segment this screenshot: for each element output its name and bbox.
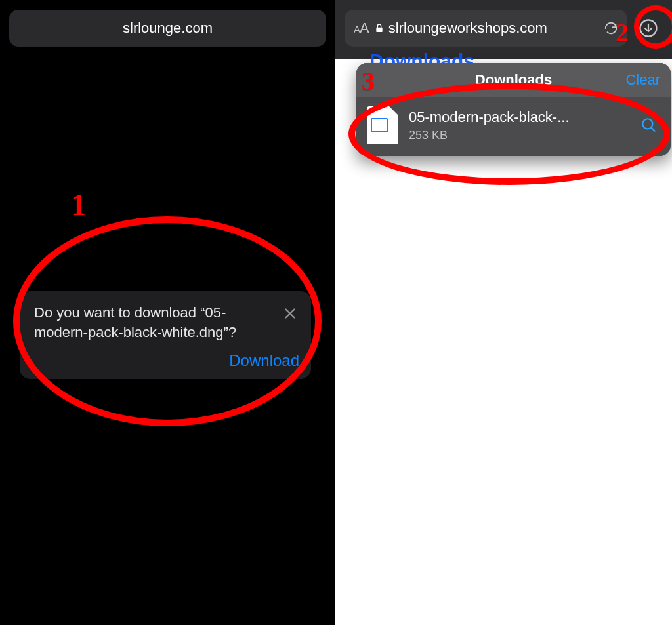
address-bar[interactable]: slrlounge.com bbox=[9, 10, 326, 47]
annotation-number-2: 2 bbox=[616, 17, 629, 48]
annotation-number-3: 3 bbox=[362, 66, 375, 96]
reveal-search-icon[interactable] bbox=[638, 114, 660, 136]
clear-button[interactable]: Clear bbox=[625, 71, 660, 89]
downloads-popover: Downloads Clear 05-modern-pack-black-...… bbox=[356, 63, 671, 156]
download-prompt: Do you want to download “05-modern-pack-… bbox=[20, 291, 311, 379]
url-text: slrloungeworkshops.com bbox=[388, 20, 598, 37]
download-button[interactable]: Download bbox=[229, 352, 299, 369]
left-screenshot: slrlounge.com Do you want to download “0… bbox=[0, 0, 335, 625]
url-text: slrlounge.com bbox=[123, 20, 213, 37]
download-item-size: 253 KB bbox=[409, 129, 630, 142]
download-item-name: 05-modern-pack-black-... bbox=[409, 109, 630, 126]
file-icon bbox=[367, 106, 398, 144]
downloads-icon[interactable] bbox=[634, 14, 663, 43]
annotation-number-1: 1 bbox=[71, 188, 86, 222]
download-item[interactable]: 05-modern-pack-black-... 253 KB bbox=[356, 97, 671, 156]
reader-aa-icon[interactable]: AA bbox=[354, 20, 369, 37]
close-icon[interactable] bbox=[281, 304, 299, 323]
downloads-popover-header: Downloads Clear bbox=[356, 63, 671, 97]
downloads-title: Downloads bbox=[367, 71, 660, 89]
lock-icon bbox=[374, 22, 385, 34]
address-bar[interactable]: AA slrloungeworkshops.com bbox=[345, 10, 627, 47]
svg-line-5 bbox=[651, 127, 654, 131]
right-screenshot: AA slrloungeworkshops.com Downloads Down… bbox=[335, 0, 672, 625]
download-prompt-message: Do you want to download “05-modern-pack-… bbox=[34, 303, 274, 342]
